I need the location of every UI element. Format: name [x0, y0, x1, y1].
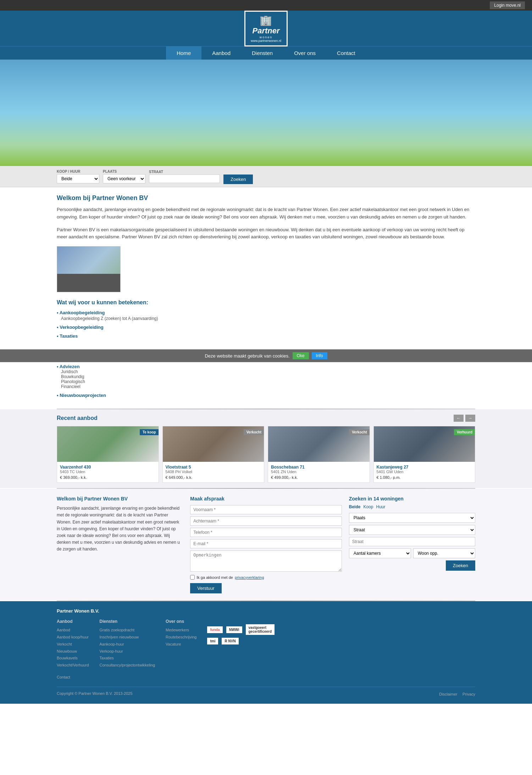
footer-contact-link[interactable]: Contact	[57, 675, 70, 679]
footer-legal-links: Disclaimer Privacy	[439, 691, 475, 697]
properties-grid: Te koop Vaarzenhof 430 5403 TC Uden € 36…	[57, 426, 475, 483]
footer-contact: Contact	[57, 674, 475, 680]
bottom-about: Welkom bij Partner Wonen BV Persoonlijke…	[57, 496, 183, 593]
privacy-link[interactable]: privacyverklaring	[235, 575, 264, 580]
recent-header: Recent aanbod ← →	[57, 415, 475, 422]
nav-diensten[interactable]: Diensten	[241, 46, 283, 60]
nav-contact[interactable]: Contact	[326, 46, 366, 60]
footer-taxaties-link[interactable]: Taxaties	[100, 655, 155, 662]
property-card-3: Verkocht Bosschebaan 71 5401 ZN Uden € 4…	[268, 426, 370, 483]
search-button[interactable]: Zoeken	[223, 175, 253, 184]
property-name-1[interactable]: Vaarzenhof 430	[60, 465, 156, 470]
remarks-textarea[interactable]	[190, 550, 342, 572]
firstname-input[interactable]	[190, 505, 342, 514]
search-straat-input[interactable]	[349, 537, 475, 546]
privacy-footer-link[interactable]: Privacy	[462, 692, 475, 696]
recent-title: Recent aanbod	[57, 415, 98, 421]
form-title: Maak afspraak	[190, 496, 342, 502]
footer-consultancy-link[interactable]: Consultancy/projectontwikkeling	[100, 662, 155, 669]
property-info-4: Kastanjeweg 27 5401 GW Uden € 1.080,- p.…	[374, 462, 475, 482]
search-tab-koop[interactable]: Koop	[363, 504, 373, 509]
main-nav: Home Aanbod Diensten Over ons Contact	[0, 46, 532, 60]
rvn-logo: R NVN	[222, 638, 238, 644]
footer-aanbod-koop-link[interactable]: Aanbod koop/huur	[57, 634, 89, 641]
search-plaats-select[interactable]: Plaats	[349, 513, 475, 523]
cookie-ok-button[interactable]: Oke	[293, 352, 309, 359]
privacy-checkbox[interactable]	[190, 575, 195, 580]
koop-huur-select[interactable]: Beide Koop Huur	[57, 174, 99, 183]
service-taxaties: Taxaties	[57, 333, 475, 339]
search-tab-huur[interactable]: Huur	[376, 504, 385, 509]
footer-vacature-link[interactable]: Vacature	[166, 641, 196, 648]
property-info-1: Vaarzenhof 430 5403 TC Uden € 369.000,- …	[57, 462, 159, 482]
adviezen-link[interactable]: Adviezen	[57, 364, 80, 369]
straat-input[interactable]	[149, 175, 220, 183]
property-name-4[interactable]: Kastanjeweg 27	[377, 465, 472, 470]
logo-text: Partner	[251, 26, 281, 35]
login-button[interactable]: Login move.nl	[490, 1, 525, 9]
footer-verkocht-link[interactable]: Verkocht	[57, 641, 89, 648]
main-content: Welkom bij Partner Wonen BV Persoonlijke…	[0, 187, 532, 349]
cookie-info-button[interactable]: Info	[312, 352, 327, 359]
footer-inschrijven-link[interactable]: Inschrijven nieuwbouw	[100, 634, 155, 641]
footer-bouwkavels-link[interactable]: Bouwkavels	[57, 655, 89, 662]
welcome-title: Welkom bij Partner Wonen BV	[57, 194, 475, 202]
disclaimer-link[interactable]: Disclaimer	[439, 692, 457, 696]
footer-col-aanbod-title: Aanbod	[57, 619, 89, 624]
nieuwbouw-link[interactable]: Nieuwbouwprojecten	[57, 393, 106, 398]
search-straat-select[interactable]: Straat	[349, 525, 475, 535]
property-info-3: Bosschebaan 71 5401 ZN Uden € 499.000,- …	[268, 462, 370, 482]
phone-input[interactable]	[190, 528, 342, 537]
cookie-bar: Deze website maakt gebruik van cookies. …	[0, 349, 532, 362]
lastname-input[interactable]	[190, 516, 342, 526]
footer-aanbod-link[interactable]: Aanbod	[57, 627, 89, 634]
search-tab-beide[interactable]: Beide	[349, 504, 361, 509]
search-widget-button[interactable]: Zoeken	[446, 560, 475, 571]
nav-over-ons[interactable]: Over ons	[283, 46, 326, 60]
opp-select[interactable]: Woon opp.	[413, 548, 475, 558]
verkoopbegeleiding-link[interactable]: Verkoopbegeleiding	[57, 325, 104, 330]
partner-logos-2: tmi R NVN	[207, 638, 275, 644]
footer-columns: Aanbod Aanbod Aanbod koop/huur Verkocht …	[57, 619, 475, 669]
logo-url: www.partnerwonen.nl	[251, 39, 281, 43]
footer-medewerkers-link[interactable]: Medewerkers	[166, 627, 196, 634]
footer-col-over-ons: Over ons Medewerkers Routebeschrijving V…	[166, 619, 196, 669]
nwwi-logo: NWWi	[226, 626, 242, 633]
footer-nieuwbouw-link[interactable]: Nieuwbouw	[57, 648, 89, 655]
tmi-logo: tmi	[207, 638, 218, 644]
footer-verkoop-huur-link[interactable]: Verkoop-huur	[100, 648, 155, 655]
kamers-select[interactable]: Aantal kamers	[349, 548, 411, 558]
email-input[interactable]	[190, 539, 342, 548]
next-arrow-button[interactable]: →	[465, 415, 475, 422]
aankoopbegeleiding-link[interactable]: Aankoopbegeleiding	[57, 310, 105, 315]
footer-logos-col: funda NWWi vastgoeertgecertificeerd tmi …	[207, 619, 275, 669]
submit-button[interactable]: Verstuur	[190, 583, 221, 593]
cookie-text: Deze website maakt gebruik van cookies.	[205, 353, 289, 359]
property-image-3: Verkocht	[268, 426, 370, 462]
advice-bouwkundig: Bouwkundig	[61, 374, 475, 379]
footer-verkocht-verhuurd-link[interactable]: Verkocht/Verhuurd	[57, 662, 89, 669]
search-options-row: Aantal kamers Woon opp.	[349, 548, 475, 558]
search-bar: KOOP / HUUR Beide Koop Huur PLAATS Geen …	[0, 166, 532, 187]
property-name-2[interactable]: Vloetstraat 5	[166, 465, 261, 470]
footer-bottom: Copyright © Partner Wonen B.V. 2013-2025…	[57, 687, 475, 697]
service-verkoopbegeleiding: Verkoopbegeleiding	[57, 325, 475, 330]
prev-arrow-button[interactable]: ←	[454, 415, 464, 422]
nav-home[interactable]: Home	[166, 46, 201, 60]
privacy-text: Ik ga akkoord met de	[196, 575, 233, 580]
plaats-select[interactable]: Geen voorkeur	[103, 174, 145, 183]
footer-col-diensten: Diensten Gratis zoekopdracht Inschrijven…	[100, 619, 155, 669]
advice-planologisch: Planologisch	[61, 379, 475, 384]
property-card-4: Verhuurd Kastanjeweg 27 5401 GW Uden € 1…	[373, 426, 476, 483]
copyright-text: Copyright © Partner Wonen B.V. 2013-2025	[57, 691, 133, 697]
footer-aankoop-huur-link[interactable]: Aankoop-huur	[100, 641, 155, 648]
straat-group: STRAAT	[149, 170, 220, 183]
property-name-3[interactable]: Bosschebaan 71	[271, 465, 367, 470]
taxaties-link[interactable]: Taxaties	[57, 333, 78, 339]
plaats-label: PLAATS	[103, 170, 145, 173]
advice-juridisch: Juridisch	[61, 369, 475, 374]
property-address-3: 5401 ZN Uden	[271, 470, 367, 474]
nav-aanbod[interactable]: Aanbod	[201, 46, 241, 60]
footer-routebeschrijving-link[interactable]: Routebeschrijving	[166, 634, 196, 641]
footer-gratis-link[interactable]: Gratis zoekopdracht	[100, 627, 155, 634]
